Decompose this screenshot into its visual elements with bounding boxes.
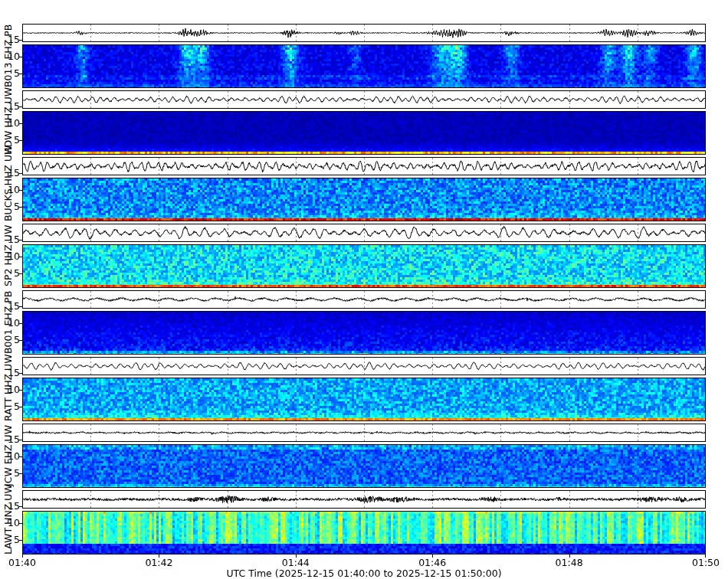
time-tick-mark: [705, 554, 706, 558]
waveform-canvas: [23, 491, 705, 508]
time-tick-label: 01:50: [681, 557, 728, 568]
waveform-plot: [22, 90, 706, 109]
freq-tick-mark: [19, 140, 22, 141]
freq-tick-mark: [19, 440, 22, 440]
freq-tick-mark: [19, 74, 22, 74]
freq-tick-mark: [19, 257, 22, 257]
spectrogram-canvas: [23, 445, 705, 487]
spectrogram-plot: [22, 378, 706, 421]
freq-tick-label: 15: [3, 434, 20, 445]
waveform-plot: [22, 424, 706, 442]
spectrogram-plot: [22, 178, 706, 221]
freq-tick-label: 5: [3, 135, 20, 146]
spectrogram-canvas: [23, 245, 705, 287]
waveform-plot: [22, 490, 706, 509]
spectrogram-canvas: [23, 178, 705, 221]
freq-tick-mark: [19, 273, 22, 274]
freq-tick-mark: [19, 106, 22, 107]
time-tick-mark: [22, 554, 23, 558]
waveform-canvas: [23, 224, 705, 241]
freq-tick-mark: [19, 340, 22, 341]
time-tick-mark: [569, 554, 570, 558]
spectrogram-plot: [22, 444, 706, 488]
station-panel: JCW EHZ UW 15105: [22, 424, 706, 488]
time-tick-label: 01:46: [408, 557, 457, 568]
spectrogram-plot: [22, 244, 706, 288]
freq-tick-mark: [19, 190, 22, 191]
spectrogram-plot: [22, 111, 706, 155]
freq-tick-label: 15: [3, 168, 20, 178]
seismogram-figure: B013 EHZ PB 15105 HDW HHZ UW 15105 BUCKS…: [0, 0, 728, 579]
time-tick-mark: [296, 554, 297, 558]
spectrogram-canvas: [23, 378, 705, 420]
freq-tick-label: 10: [3, 251, 20, 262]
time-tick-mark: [432, 554, 433, 558]
freq-tick-label: 15: [3, 301, 20, 312]
freq-tick-mark: [19, 506, 22, 507]
waveform-plot: [22, 224, 706, 242]
waveform-canvas: [23, 91, 705, 108]
freq-tick-mark: [19, 373, 22, 374]
waveform-plot: [22, 290, 706, 309]
waveform-plot: [22, 24, 706, 42]
freq-tick-label: 5: [3, 401, 20, 412]
freq-tick-mark: [19, 540, 22, 541]
time-tick-label: 01:48: [545, 557, 594, 568]
freq-tick-label: 10: [3, 118, 20, 129]
spectrogram-canvas: [23, 45, 705, 87]
waveform-canvas: [23, 424, 705, 441]
freq-tick-mark: [19, 323, 22, 324]
freq-tick-mark: [19, 123, 22, 124]
waveform-canvas: [23, 291, 705, 308]
spectrogram-canvas: [23, 112, 705, 154]
freq-tick-mark: [19, 306, 22, 307]
freq-tick-label: 10: [3, 51, 20, 62]
station-panel: B013 EHZ PB 15105: [22, 24, 706, 88]
time-tick-label: 01:44: [271, 557, 320, 568]
freq-tick-label: 10: [3, 185, 20, 195]
waveform-canvas: [23, 358, 705, 375]
freq-tick-label: 5: [3, 268, 20, 279]
freq-tick-label: 15: [3, 34, 20, 45]
time-tick-mark: [159, 554, 159, 558]
freq-tick-mark: [19, 473, 22, 474]
freq-tick-label: 5: [3, 68, 20, 79]
spectrogram-canvas: [23, 512, 705, 554]
freq-tick-mark: [19, 390, 22, 391]
freq-tick-mark: [19, 407, 22, 407]
freq-tick-label: 10: [3, 318, 20, 329]
freq-tick-mark: [19, 207, 22, 208]
freq-tick-mark: [19, 456, 22, 457]
freq-tick-label: 10: [3, 384, 20, 395]
waveform-plot: [22, 357, 706, 375]
station-panel: RATT HHZ UW 15105: [22, 357, 706, 421]
station-panel: BUCKS HHZ UW 15105: [22, 157, 706, 221]
freq-tick-mark: [19, 57, 22, 57]
spectrogram-canvas: [23, 312, 705, 354]
station-panel: B001 EHZ PB 15105: [22, 290, 706, 355]
freq-tick-mark: [19, 240, 22, 240]
freq-tick-label: 5: [3, 468, 20, 479]
freq-tick-label: 10: [3, 451, 20, 462]
axis-title: UTC Time (2025-12-15 01:40:00 to 2025-12…: [22, 568, 706, 579]
station-panel: HDW HHZ UW 15105: [22, 90, 706, 155]
freq-tick-label: 10: [3, 518, 20, 528]
time-tick-label: 01:42: [134, 557, 183, 568]
freq-tick-label: 15: [3, 101, 20, 112]
freq-tick-label: 5: [3, 335, 20, 345]
spectrogram-plot: [22, 511, 706, 554]
waveform-plot: [22, 157, 706, 175]
spectrogram-plot: [22, 311, 706, 355]
freq-tick-label: 15: [3, 501, 20, 512]
spectrogram-plot: [22, 44, 706, 88]
freq-tick-mark: [19, 173, 22, 174]
station-panel: LAWT HNZ UW 15105: [22, 490, 706, 554]
time-tick-label: 01:40: [0, 557, 47, 568]
station-panel: SP2 HHZ UW 15105: [22, 224, 706, 288]
freq-tick-label: 15: [3, 234, 20, 245]
freq-tick-mark: [19, 523, 22, 524]
freq-tick-label: 15: [3, 368, 20, 378]
freq-tick-label: 5: [3, 201, 20, 212]
freq-tick-label: 5: [3, 535, 20, 545]
waveform-canvas: [23, 158, 705, 175]
